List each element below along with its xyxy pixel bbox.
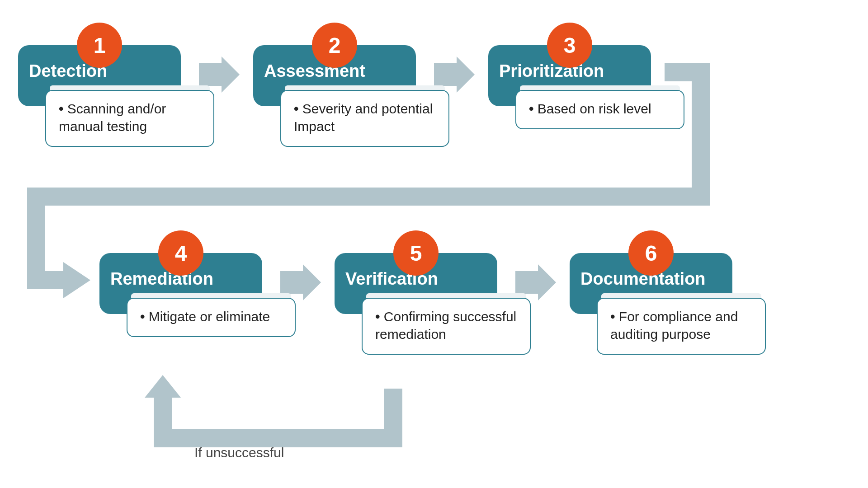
- step-remediation: 4 Remediation Mitigate or eliminate: [99, 253, 262, 337]
- svg-marker-1: [145, 375, 181, 398]
- step-assessment: 2 Assessment Severity and potential Impa…: [253, 45, 416, 147]
- arrow-forward: [199, 63, 240, 86]
- step-detail: Confirming successful remediation: [362, 298, 531, 355]
- step-detail: Based on risk level: [515, 90, 684, 129]
- step-number-badge: 3: [547, 23, 592, 68]
- step-number-badge: 6: [628, 230, 674, 276]
- feedback-label: If unsuccessful: [194, 445, 284, 460]
- step-detection: 1 Detection Scanning and/or manual testi…: [18, 45, 181, 147]
- svg-marker-0: [63, 262, 90, 298]
- process-diagram: 1 Detection Scanning and/or manual testi…: [0, 0, 868, 488]
- step-detail: For compliance and auditing purpose: [597, 298, 766, 355]
- step-number-badge: 4: [158, 230, 203, 276]
- step-detail: Severity and potential Impact: [280, 90, 449, 147]
- step-verification: 5 Verification Confirming successful rem…: [335, 253, 497, 355]
- step-documentation: 6 Documentation For compliance and audit…: [570, 253, 732, 355]
- arrow-forward: [280, 271, 321, 294]
- step-detail: Scanning and/or manual testing: [45, 90, 214, 147]
- step-prioritization: 3 Prioritization Based on risk level: [488, 45, 651, 129]
- arrow-forward: [434, 63, 475, 86]
- step-number-badge: 2: [312, 23, 357, 68]
- step-number-badge: 5: [393, 230, 439, 276]
- step-detail: Mitigate or eliminate: [127, 298, 296, 337]
- step-number-badge: 1: [77, 23, 122, 68]
- arrow-forward: [515, 271, 556, 294]
